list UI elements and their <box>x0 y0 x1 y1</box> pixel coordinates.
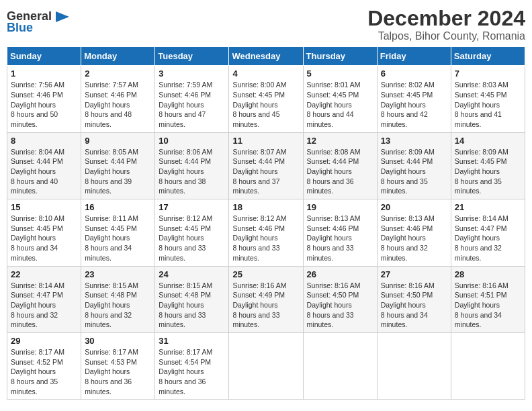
day-number: 8 <box>11 136 77 146</box>
day-info: Sunrise: 8:13 AM Sunset: 4:46 PM Dayligh… <box>381 214 447 263</box>
calendar-cell: 8 Sunrise: 8:04 AM Sunset: 4:44 PM Dayli… <box>7 132 81 199</box>
weekday-header-friday: Friday <box>377 47 451 66</box>
calendar-cell: 1 Sunrise: 7:56 AM Sunset: 4:46 PM Dayli… <box>7 66 81 132</box>
day-number: 5 <box>307 68 373 79</box>
day-number: 11 <box>232 136 299 146</box>
calendar-cell: 28 Sunrise: 8:16 AM Sunset: 4:51 PM Dayl… <box>451 266 525 332</box>
calendar-cell: 3 Sunrise: 7:59 AM Sunset: 4:46 PM Dayli… <box>155 66 229 132</box>
weekday-header-sunday: Sunday <box>7 47 81 66</box>
day-info: Sunrise: 8:07 AM Sunset: 4:44 PM Dayligh… <box>232 147 299 196</box>
day-number: 16 <box>85 202 151 212</box>
calendar-week-2: 8 Sunrise: 8:04 AM Sunset: 4:44 PM Dayli… <box>7 132 525 199</box>
calendar-cell: 22 Sunrise: 8:14 AM Sunset: 4:47 PM Dayl… <box>7 266 81 332</box>
day-number: 29 <box>11 336 77 346</box>
day-number: 31 <box>159 336 225 346</box>
logo-blue-text: Blue <box>7 21 33 35</box>
day-info: Sunrise: 8:16 AM Sunset: 4:49 PM Dayligh… <box>232 281 299 330</box>
day-number: 22 <box>11 269 77 279</box>
day-number: 1 <box>11 68 77 79</box>
calendar-cell: 5 Sunrise: 8:01 AM Sunset: 4:45 PM Dayli… <box>303 66 377 132</box>
day-info: Sunrise: 8:02 AM Sunset: 4:45 PM Dayligh… <box>381 80 447 129</box>
calendar-cell: 13 Sunrise: 8:09 AM Sunset: 4:44 PM Dayl… <box>377 132 451 199</box>
calendar-cell: 30 Sunrise: 8:17 AM Sunset: 4:53 PM Dayl… <box>81 332 155 399</box>
day-number: 18 <box>232 202 299 212</box>
calendar-cell <box>229 332 303 399</box>
calendar-cell <box>303 332 377 399</box>
day-info: Sunrise: 8:16 AM Sunset: 4:50 PM Dayligh… <box>381 281 447 330</box>
day-info: Sunrise: 8:13 AM Sunset: 4:46 PM Dayligh… <box>307 214 373 263</box>
day-info: Sunrise: 8:15 AM Sunset: 4:48 PM Dayligh… <box>85 281 151 330</box>
day-info: Sunrise: 8:09 AM Sunset: 4:45 PM Dayligh… <box>455 147 521 196</box>
calendar-cell: 20 Sunrise: 8:13 AM Sunset: 4:46 PM Dayl… <box>377 199 451 266</box>
calendar-cell <box>451 332 525 399</box>
weekday-header-monday: Monday <box>81 47 155 66</box>
calendar-cell: 7 Sunrise: 8:03 AM Sunset: 4:45 PM Dayli… <box>451 66 525 132</box>
day-info: Sunrise: 8:03 AM Sunset: 4:45 PM Dayligh… <box>455 80 521 129</box>
day-info: Sunrise: 8:09 AM Sunset: 4:44 PM Dayligh… <box>381 147 447 196</box>
day-info: Sunrise: 7:59 AM Sunset: 4:46 PM Dayligh… <box>159 80 225 129</box>
calendar-table: SundayMondayTuesdayWednesdayThursdayFrid… <box>7 46 525 400</box>
day-number: 25 <box>232 269 299 279</box>
day-info: Sunrise: 8:01 AM Sunset: 4:45 PM Dayligh… <box>307 80 373 129</box>
day-number: 13 <box>381 136 447 146</box>
calendar-cell: 26 Sunrise: 8:16 AM Sunset: 4:50 PM Dayl… <box>303 266 377 332</box>
day-info: Sunrise: 8:05 AM Sunset: 4:44 PM Dayligh… <box>85 147 151 196</box>
calendar-cell: 12 Sunrise: 8:08 AM Sunset: 4:44 PM Dayl… <box>303 132 377 199</box>
day-info: Sunrise: 8:12 AM Sunset: 4:46 PM Dayligh… <box>232 214 299 263</box>
calendar-cell: 31 Sunrise: 8:17 AM Sunset: 4:54 PM Dayl… <box>155 332 229 399</box>
calendar-cell: 2 Sunrise: 7:57 AM Sunset: 4:46 PM Dayli… <box>81 66 155 132</box>
day-number: 26 <box>307 269 373 279</box>
day-info: Sunrise: 8:11 AM Sunset: 4:45 PM Dayligh… <box>85 214 151 263</box>
day-number: 24 <box>159 269 225 279</box>
day-number: 7 <box>455 68 521 79</box>
day-number: 15 <box>11 202 77 212</box>
calendar-cell: 16 Sunrise: 8:11 AM Sunset: 4:45 PM Dayl… <box>81 199 155 266</box>
day-number: 28 <box>455 269 521 279</box>
day-info: Sunrise: 8:14 AM Sunset: 4:47 PM Dayligh… <box>11 281 77 330</box>
weekday-header-thursday: Thursday <box>303 47 377 66</box>
calendar-cell: 14 Sunrise: 8:09 AM Sunset: 4:45 PM Dayl… <box>451 132 525 199</box>
svg-marker-0 <box>56 11 69 22</box>
title-area: December 2024 Talpos, Bihor County, Roma… <box>367 7 525 42</box>
calendar-cell: 9 Sunrise: 8:05 AM Sunset: 4:44 PM Dayli… <box>81 132 155 199</box>
day-number: 20 <box>381 202 447 212</box>
day-info: Sunrise: 8:17 AM Sunset: 4:54 PM Dayligh… <box>159 347 225 396</box>
day-number: 9 <box>85 136 151 146</box>
calendar-cell: 27 Sunrise: 8:16 AM Sunset: 4:50 PM Dayl… <box>377 266 451 332</box>
calendar-cell: 24 Sunrise: 8:15 AM Sunset: 4:48 PM Dayl… <box>155 266 229 332</box>
weekday-header-wednesday: Wednesday <box>229 47 303 66</box>
logo-arrow-icon <box>53 10 72 24</box>
day-info: Sunrise: 8:17 AM Sunset: 4:53 PM Dayligh… <box>85 347 151 396</box>
day-number: 6 <box>381 68 447 79</box>
calendar-cell: 17 Sunrise: 8:12 AM Sunset: 4:45 PM Dayl… <box>155 199 229 266</box>
calendar-cell: 25 Sunrise: 8:16 AM Sunset: 4:49 PM Dayl… <box>229 266 303 332</box>
day-info: Sunrise: 8:14 AM Sunset: 4:47 PM Dayligh… <box>455 214 521 263</box>
day-number: 21 <box>455 202 521 212</box>
calendar-cell: 10 Sunrise: 8:06 AM Sunset: 4:44 PM Dayl… <box>155 132 229 199</box>
weekday-header-saturday: Saturday <box>451 47 525 66</box>
day-info: Sunrise: 8:10 AM Sunset: 4:45 PM Dayligh… <box>11 214 77 263</box>
day-number: 10 <box>159 136 225 146</box>
month-title: December 2024 <box>367 7 525 30</box>
day-info: Sunrise: 8:08 AM Sunset: 4:44 PM Dayligh… <box>307 147 373 196</box>
day-info: Sunrise: 8:16 AM Sunset: 4:51 PM Dayligh… <box>455 281 521 330</box>
day-number: 30 <box>85 336 151 346</box>
day-number: 12 <box>307 136 373 146</box>
day-number: 4 <box>232 68 299 79</box>
calendar-week-4: 22 Sunrise: 8:14 AM Sunset: 4:47 PM Dayl… <box>7 266 525 332</box>
calendar-week-5: 29 Sunrise: 8:17 AM Sunset: 4:52 PM Dayl… <box>7 332 525 399</box>
day-number: 2 <box>85 68 151 79</box>
day-info: Sunrise: 8:04 AM Sunset: 4:44 PM Dayligh… <box>11 147 77 196</box>
calendar-cell: 18 Sunrise: 8:12 AM Sunset: 4:46 PM Dayl… <box>229 199 303 266</box>
day-info: Sunrise: 8:17 AM Sunset: 4:52 PM Dayligh… <box>11 347 77 396</box>
calendar-cell: 11 Sunrise: 8:07 AM Sunset: 4:44 PM Dayl… <box>229 132 303 199</box>
day-number: 3 <box>159 68 225 79</box>
day-number: 14 <box>455 136 521 146</box>
day-number: 17 <box>159 202 225 212</box>
calendar-cell: 15 Sunrise: 8:10 AM Sunset: 4:45 PM Dayl… <box>7 199 81 266</box>
calendar-cell: 19 Sunrise: 8:13 AM Sunset: 4:46 PM Dayl… <box>303 199 377 266</box>
calendar-week-1: 1 Sunrise: 7:56 AM Sunset: 4:46 PM Dayli… <box>7 66 525 132</box>
calendar-header-row: SundayMondayTuesdayWednesdayThursdayFrid… <box>7 47 525 66</box>
day-info: Sunrise: 8:12 AM Sunset: 4:45 PM Dayligh… <box>159 214 225 263</box>
logo: General Blue <box>7 7 72 35</box>
